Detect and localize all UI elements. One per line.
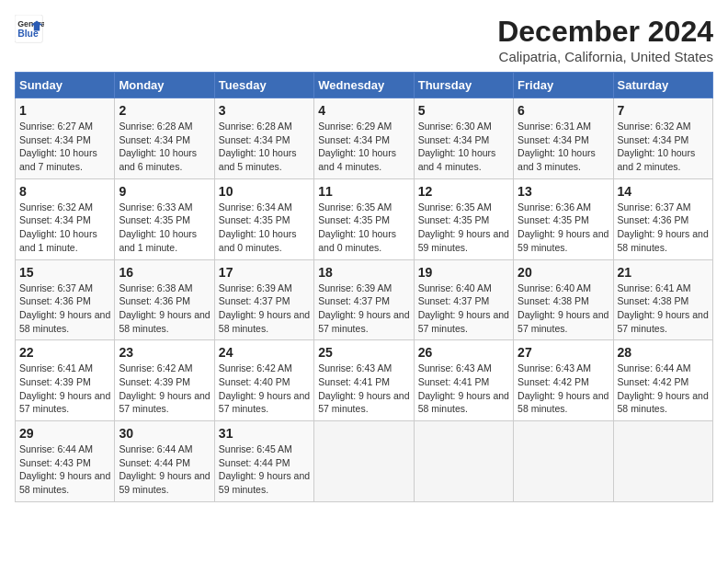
logo-icon: General Blue (15, 15, 44, 44)
week-row-4: 22 Sunrise: 6:41 AMSunset: 4:39 PMDaylig… (16, 340, 713, 421)
title-block: December 2024 Calipatria, California, Un… (497, 15, 713, 64)
day-cell: 5 Sunrise: 6:30 AMSunset: 4:34 PMDayligh… (414, 98, 513, 179)
day-info: Sunrise: 6:44 AMSunset: 4:44 PMDaylight:… (119, 443, 210, 495)
day-cell: 12 Sunrise: 6:35 AMSunset: 4:35 PMDaylig… (414, 178, 513, 259)
day-info: Sunrise: 6:35 AMSunset: 4:35 PMDaylight:… (418, 201, 509, 253)
day-info: Sunrise: 6:40 AMSunset: 4:37 PMDaylight:… (418, 282, 509, 334)
day-number: 21 (618, 265, 709, 280)
day-cell: 26 Sunrise: 6:43 AMSunset: 4:41 PMDaylig… (414, 340, 513, 421)
day-info: Sunrise: 6:41 AMSunset: 4:39 PMDaylight:… (19, 362, 110, 414)
day-number: 1 (19, 103, 110, 118)
day-number: 25 (318, 345, 409, 360)
day-info: Sunrise: 6:35 AMSunset: 4:35 PMDaylight:… (318, 201, 396, 253)
week-row-3: 15 Sunrise: 6:37 AMSunset: 4:36 PMDaylig… (16, 259, 713, 340)
day-number: 7 (618, 103, 709, 118)
week-row-1: 1 Sunrise: 6:27 AMSunset: 4:34 PMDayligh… (16, 98, 713, 179)
day-cell: 14 Sunrise: 6:37 AMSunset: 4:36 PMDaylig… (613, 178, 712, 259)
day-info: Sunrise: 6:41 AMSunset: 4:38 PMDaylight:… (618, 282, 709, 334)
day-cell: 28 Sunrise: 6:44 AMSunset: 4:42 PMDaylig… (613, 340, 712, 421)
day-info: Sunrise: 6:40 AMSunset: 4:38 PMDaylight:… (518, 282, 609, 334)
day-info: Sunrise: 6:42 AMSunset: 4:40 PMDaylight:… (219, 362, 310, 414)
day-cell: 4 Sunrise: 6:29 AMSunset: 4:34 PMDayligh… (314, 98, 414, 179)
column-header-tuesday: Tuesday (214, 73, 313, 98)
column-header-sunday: Sunday (16, 73, 115, 98)
page-title: December 2024 (497, 15, 713, 49)
day-number: 29 (19, 426, 110, 441)
day-number: 30 (119, 426, 210, 441)
day-number: 22 (19, 345, 110, 360)
day-info: Sunrise: 6:34 AMSunset: 4:35 PMDaylight:… (219, 201, 297, 253)
day-info: Sunrise: 6:43 AMSunset: 4:41 PMDaylight:… (318, 362, 409, 414)
day-cell: 8 Sunrise: 6:32 AMSunset: 4:34 PMDayligh… (16, 178, 115, 259)
day-cell: 10 Sunrise: 6:34 AMSunset: 4:35 PMDaylig… (214, 178, 313, 259)
day-info: Sunrise: 6:28 AMSunset: 4:34 PMDaylight:… (119, 121, 197, 172)
day-number: 4 (318, 103, 409, 118)
day-cell: 23 Sunrise: 6:42 AMSunset: 4:39 PMDaylig… (115, 340, 214, 421)
day-info: Sunrise: 6:39 AMSunset: 4:37 PMDaylight:… (318, 282, 409, 334)
day-number: 6 (518, 103, 609, 118)
day-number: 3 (219, 103, 310, 118)
day-cell: 16 Sunrise: 6:38 AMSunset: 4:36 PMDaylig… (115, 259, 214, 340)
calendar-body: 1 Sunrise: 6:27 AMSunset: 4:34 PMDayligh… (16, 98, 713, 502)
day-number: 18 (318, 265, 409, 280)
day-cell: 9 Sunrise: 6:33 AMSunset: 4:35 PMDayligh… (115, 178, 214, 259)
day-number: 9 (119, 184, 210, 199)
day-number: 12 (418, 184, 509, 199)
day-info: Sunrise: 6:44 AMSunset: 4:43 PMDaylight:… (19, 443, 110, 495)
day-cell: 15 Sunrise: 6:37 AMSunset: 4:36 PMDaylig… (16, 259, 115, 340)
day-cell: 24 Sunrise: 6:42 AMSunset: 4:40 PMDaylig… (214, 340, 313, 421)
logo: General Blue (15, 15, 44, 44)
day-info: Sunrise: 6:33 AMSunset: 4:35 PMDaylight:… (119, 201, 197, 253)
day-info: Sunrise: 6:39 AMSunset: 4:37 PMDaylight:… (219, 282, 310, 334)
day-info: Sunrise: 6:31 AMSunset: 4:34 PMDaylight:… (518, 121, 596, 172)
day-cell: 25 Sunrise: 6:43 AMSunset: 4:41 PMDaylig… (314, 340, 414, 421)
day-info: Sunrise: 6:45 AMSunset: 4:44 PMDaylight:… (219, 443, 310, 495)
day-number: 17 (219, 265, 310, 280)
day-number: 2 (119, 103, 210, 118)
day-cell: 19 Sunrise: 6:40 AMSunset: 4:37 PMDaylig… (414, 259, 513, 340)
day-info: Sunrise: 6:37 AMSunset: 4:36 PMDaylight:… (19, 282, 110, 334)
day-number: 28 (618, 345, 709, 360)
day-info: Sunrise: 6:28 AMSunset: 4:34 PMDaylight:… (219, 121, 297, 172)
day-info: Sunrise: 6:42 AMSunset: 4:39 PMDaylight:… (119, 362, 210, 414)
day-number: 8 (19, 184, 110, 199)
day-number: 10 (219, 184, 310, 199)
day-number: 26 (418, 345, 509, 360)
day-info: Sunrise: 6:44 AMSunset: 4:42 PMDaylight:… (618, 362, 709, 414)
day-info: Sunrise: 6:29 AMSunset: 4:34 PMDaylight:… (318, 121, 396, 172)
column-header-wednesday: Wednesday (314, 73, 414, 98)
day-info: Sunrise: 6:43 AMSunset: 4:41 PMDaylight:… (418, 362, 509, 414)
day-number: 24 (219, 345, 310, 360)
day-number: 13 (518, 184, 609, 199)
day-number: 11 (318, 184, 409, 199)
day-cell: 2 Sunrise: 6:28 AMSunset: 4:34 PMDayligh… (115, 98, 214, 179)
day-cell (314, 421, 414, 502)
calendar-header-row: SundayMondayTuesdayWednesdayThursdayFrid… (16, 73, 713, 98)
day-info: Sunrise: 6:37 AMSunset: 4:36 PMDaylight:… (618, 201, 709, 253)
day-cell: 6 Sunrise: 6:31 AMSunset: 4:34 PMDayligh… (514, 98, 613, 179)
day-info: Sunrise: 6:43 AMSunset: 4:42 PMDaylight:… (518, 362, 609, 414)
day-number: 5 (418, 103, 509, 118)
day-cell: 18 Sunrise: 6:39 AMSunset: 4:37 PMDaylig… (314, 259, 414, 340)
day-cell (514, 421, 613, 502)
day-info: Sunrise: 6:38 AMSunset: 4:36 PMDaylight:… (119, 282, 210, 334)
page-subtitle: Calipatria, California, United States (497, 49, 713, 64)
week-row-5: 29 Sunrise: 6:44 AMSunset: 4:43 PMDaylig… (16, 421, 713, 502)
day-info: Sunrise: 6:27 AMSunset: 4:34 PMDaylight:… (19, 121, 97, 172)
day-cell: 1 Sunrise: 6:27 AMSunset: 4:34 PMDayligh… (16, 98, 115, 179)
day-info: Sunrise: 6:36 AMSunset: 4:35 PMDaylight:… (518, 201, 609, 253)
day-cell: 31 Sunrise: 6:45 AMSunset: 4:44 PMDaylig… (214, 421, 313, 502)
calendar-table: SundayMondayTuesdayWednesdayThursdayFrid… (15, 72, 713, 502)
day-cell: 29 Sunrise: 6:44 AMSunset: 4:43 PMDaylig… (16, 421, 115, 502)
column-header-friday: Friday (514, 73, 613, 98)
day-number: 19 (418, 265, 509, 280)
day-cell: 11 Sunrise: 6:35 AMSunset: 4:35 PMDaylig… (314, 178, 414, 259)
day-cell: 27 Sunrise: 6:43 AMSunset: 4:42 PMDaylig… (514, 340, 613, 421)
day-info: Sunrise: 6:32 AMSunset: 4:34 PMDaylight:… (618, 121, 696, 172)
day-cell: 22 Sunrise: 6:41 AMSunset: 4:39 PMDaylig… (16, 340, 115, 421)
day-number: 27 (518, 345, 609, 360)
day-number: 14 (618, 184, 709, 199)
day-number: 16 (119, 265, 210, 280)
day-cell (414, 421, 513, 502)
column-header-monday: Monday (115, 73, 214, 98)
